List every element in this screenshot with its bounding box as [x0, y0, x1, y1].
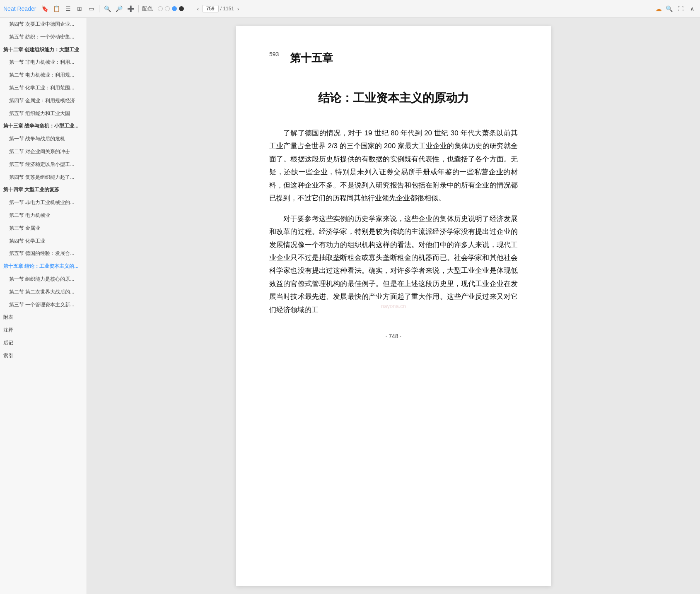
color-label: 配色 [142, 5, 153, 12]
sidebar-item-section-3-chemical[interactable]: 第三节 化学工业：利用范围... [0, 82, 87, 94]
color-indicators [158, 6, 184, 11]
circle-1[interactable] [158, 6, 163, 11]
sep2 [138, 5, 139, 12]
layout-icon[interactable]: ▭ [87, 4, 96, 13]
sidebar-item-section-5-org[interactable]: 第五节 组织能力和工业大国 [0, 107, 87, 120]
sidebar-item-section-2-enterprise[interactable]: 第二节 对企业间关系的冲击 [0, 145, 87, 158]
sidebar-item-chapter-13[interactable]: 第十三章 战争与危机：小型工业... [0, 120, 87, 132]
main-text: 了解了德国的情况，对于 19 世纪 80 年代到 20 世纪 30 年代大萧条以… [269, 127, 518, 316]
grid-icon[interactable]: ⊞ [75, 4, 84, 13]
page-total: / 1151 [220, 6, 234, 12]
sidebar-item-section-1-nonelectric[interactable]: 第一节 非电力机械业：利用... [0, 56, 87, 69]
sidebar-item-section-3-economic[interactable]: 第三节 经济稳定以后小型工... [0, 158, 87, 171]
sidebar-item-afterword[interactable]: 后记 [0, 337, 87, 349]
page-number-bottom: · 748 · [269, 333, 518, 339]
menu-icon[interactable]: ☰ [63, 4, 72, 13]
sidebar-item-appendix[interactable]: 附表 [0, 311, 87, 324]
search-right-icon[interactable]: 🔍 [664, 4, 673, 13]
sidebar-item-section-3-mgmt-cap[interactable]: 第三节 一个管理资本主义新... [0, 298, 87, 311]
sep1 [99, 5, 99, 12]
copy-icon[interactable]: 📋 [52, 4, 61, 13]
fullscreen-icon[interactable]: ⛶ [676, 4, 685, 13]
add-icon[interactable]: ➕ [126, 4, 135, 13]
cloud-icon[interactable]: ☁ [655, 5, 662, 13]
circle-2[interactable] [165, 6, 170, 11]
toolbar: Neat Reader 🔖 📋 ☰ ⊞ ▭ 🔍 🔎 ➕ 配色 ‹ / 1151 … [0, 0, 700, 18]
sidebar-item-chapter-15[interactable]: 第十五章 结论：工业资本主义的... [0, 260, 87, 273]
sidebar-item-section-4-recovery[interactable]: 第四节 复苏是组织能力起了... [0, 171, 87, 184]
collapse-icon[interactable]: ∧ [688, 4, 697, 13]
search2-icon[interactable]: 🔎 [114, 4, 123, 13]
page-container: 593 第十五章 结论：工业资本主义的原动力 了解了德国的情况，对于 19 世纪… [236, 26, 551, 586]
sidebar-item-section-2-electric[interactable]: 第二节 电力机械业：利用规... [0, 69, 87, 82]
paragraph-1: 了解了德国的情况，对于 19 世纪 80 年代到 20 世纪 30 年代大萧条以… [269, 127, 518, 205]
section-title: 结论：工业资本主义的原动力 [269, 90, 518, 106]
sidebar-item-chapter-12[interactable]: 第十二章 创建组织能力：大型工业 [0, 43, 87, 56]
sidebar-item-chapter-14[interactable]: 第十四章 大型工业的复苏 [0, 183, 87, 196]
sidebar-item-section-5-textiles[interactable]: 第五节 纺织：一个劳动密集... [0, 31, 87, 43]
paragraph-2: 对于要参考这些实例的历史学家来说，这些企业的集体历史说明了经济发展和改革的过程。… [269, 212, 518, 317]
sidebar-item-prev-chapter-entry[interactable]: 第四节 次要工业中德国企业... [0, 18, 87, 31]
sidebar: 第四节 次要工业中德国企业...第五节 纺织：一个劳动密集...第十二章 创建组… [0, 18, 87, 594]
page-navigation: ‹ / 1151 › [195, 5, 241, 13]
sidebar-item-section-3-metals[interactable]: 第三节 金属业 [0, 222, 87, 235]
circle-4[interactable] [179, 6, 184, 11]
prev-page-button[interactable]: ‹ [195, 5, 200, 13]
next-page-button[interactable]: › [236, 5, 241, 13]
search-icon[interactable]: 🔍 [103, 4, 112, 13]
chapter-heading: 第十五章 [290, 51, 518, 65]
sidebar-item-section-2-elec-mach[interactable]: 第二节 电力机械业 [0, 209, 87, 222]
sidebar-item-section-2-postwar[interactable]: 第二节 第二次世界大战后的... [0, 286, 87, 298]
sidebar-item-section-5-germany[interactable]: 第五节 德国的经验：发展合... [0, 247, 87, 260]
toolbar-right: ☁ 🔍 ⛶ ∧ [655, 4, 697, 13]
sidebar-item-section-4-metals[interactable]: 第四节 金属业：利用规模经济 [0, 94, 87, 107]
page-input[interactable] [202, 5, 219, 12]
bookmark-icon[interactable]: 🔖 [40, 4, 49, 13]
circle-3[interactable] [172, 6, 177, 11]
sidebar-item-index[interactable]: 索引 [0, 349, 87, 362]
sidebar-item-notes[interactable]: 注释 [0, 324, 87, 337]
sidebar-item-section-1-nonelec-ind[interactable]: 第一节 非电力工业机械业的... [0, 196, 87, 209]
sidebar-item-section-1-org-cap[interactable]: 第一节 组织能力是核心的原... [0, 273, 87, 286]
page-num-top: 593 [269, 51, 279, 58]
app-name: Neat Reader [3, 5, 36, 12]
main-layout: 第四节 次要工业中德国企业...第五节 纺织：一个劳动密集...第十二章 创建组… [0, 18, 700, 594]
content-area: 593 第十五章 结论：工业资本主义的原动力 了解了德国的情况，对于 19 世纪… [87, 18, 700, 594]
sidebar-item-section-4-chem[interactable]: 第四节 化学工业 [0, 235, 87, 248]
sidebar-item-section-1-war[interactable]: 第一节 战争与战后的危机 [0, 132, 87, 145]
sep3 [190, 5, 190, 12]
